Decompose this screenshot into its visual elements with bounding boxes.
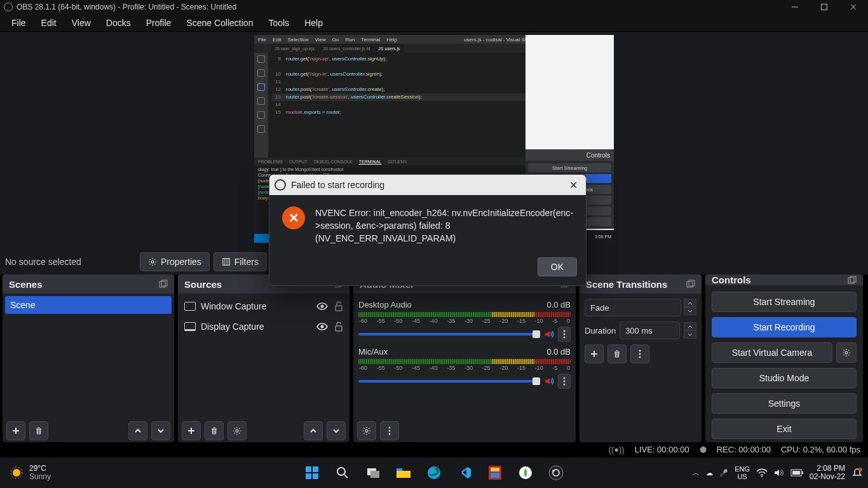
app-icon[interactable] — [513, 460, 538, 485]
visibility-icon[interactable] — [316, 302, 328, 311]
ok-button[interactable]: OK — [538, 257, 577, 276]
taskbar-clock[interactable]: 2:08 PM02-Nov-22 — [810, 464, 845, 481]
volume-slider[interactable] — [358, 380, 540, 383]
svg-rect-34 — [306, 466, 311, 472]
add-source-button[interactable] — [182, 421, 201, 440]
lock-icon[interactable] — [334, 322, 343, 332]
explorer-icon[interactable] — [391, 460, 416, 485]
sources-dock: Sources Window Capture Display Capture — [178, 274, 349, 442]
menu-scene-collection[interactable]: Scene Collection — [180, 15, 259, 30]
source-label: Display Capture — [201, 322, 264, 332]
error-icon: ✕ — [282, 207, 305, 229]
properties-button[interactable]: Properties — [140, 252, 210, 271]
remove-source-button[interactable] — [205, 421, 224, 440]
vscode-icon[interactable] — [452, 460, 477, 485]
chevron-down-icon[interactable] — [684, 307, 696, 315]
chevron-down-icon[interactable] — [684, 330, 696, 339]
channel-menu-button[interactable] — [558, 374, 571, 389]
start-virtual-camera-button[interactable]: Start Virtual Camera — [712, 342, 832, 363]
duration-input[interactable]: 300 ms — [620, 322, 680, 339]
volume-slider[interactable] — [358, 333, 540, 336]
virtual-camera-settings-button[interactable] — [836, 342, 857, 363]
channel-menu-button[interactable] — [558, 327, 571, 342]
svg-rect-0 — [822, 4, 827, 10]
close-button[interactable] — [839, 0, 868, 14]
start-streaming-button[interactable]: Start Streaming — [712, 292, 857, 312]
source-item[interactable]: Display Capture — [180, 316, 347, 337]
menu-help[interactable]: Help — [298, 15, 329, 30]
app-icon[interactable] — [482, 460, 508, 485]
svg-point-17 — [564, 377, 566, 379]
settings-button[interactable]: Settings — [712, 393, 857, 414]
source-down-button[interactable] — [327, 421, 346, 440]
chevron-up-icon[interactable] — [684, 322, 696, 330]
notifications-icon[interactable] — [851, 467, 863, 478]
scenes-dock: Scenes Scene — [3, 274, 174, 442]
windows-taskbar[interactable]: 29°CSunny ︿ ☁ 🎤 ENGUS 2:08 PM02-Nov-22 — [0, 458, 868, 488]
speaker-icon[interactable] — [544, 376, 554, 386]
start-button[interactable] — [299, 460, 325, 485]
mixer-channel-mic: Mic/Aux0.0 dB -60-55-50-45-40-35-30-25-2… — [356, 343, 573, 390]
menu-bar: File Edit View Docks Profile Scene Colle… — [0, 14, 868, 32]
scene-up-button[interactable] — [128, 421, 147, 440]
minimize-button[interactable] — [780, 0, 810, 14]
transition-menu-button[interactable] — [630, 344, 649, 363]
popout-icon[interactable] — [848, 276, 857, 285]
transitions-dock: Scene Transitions Fade Duration 300 ms — [580, 274, 702, 442]
svg-rect-24 — [687, 281, 693, 287]
svg-rect-10 — [336, 326, 342, 331]
add-transition-button[interactable] — [585, 344, 604, 363]
battery-icon[interactable] — [790, 469, 803, 477]
cpu-status: CPU: 0.2%, 60.00 fps — [781, 445, 860, 454]
filters-button[interactable]: Filters — [214, 252, 267, 271]
volume-icon[interactable] — [774, 468, 784, 477]
mic-icon[interactable]: 🎤 — [719, 469, 728, 477]
scenes-header: Scenes — [3, 274, 174, 294]
visibility-icon[interactable] — [316, 322, 328, 331]
chevron-up-icon[interactable] — [684, 299, 696, 307]
source-properties-button[interactable] — [227, 421, 247, 440]
studio-mode-button[interactable]: Studio Mode — [712, 368, 857, 388]
dialog-message: NVENC Error: init_encoder_h264: nv.nvEnc… — [315, 207, 573, 245]
menu-file[interactable]: File — [5, 15, 32, 30]
onedrive-icon[interactable]: ☁ — [706, 469, 713, 477]
wifi-icon[interactable] — [756, 468, 768, 477]
obs-taskbar-icon[interactable] — [543, 460, 569, 485]
search-button[interactable] — [330, 460, 355, 485]
svg-point-19 — [564, 384, 566, 386]
popout-icon[interactable] — [686, 280, 695, 288]
language-indicator[interactable]: ENGUS — [735, 465, 750, 480]
add-scene-button[interactable] — [6, 421, 25, 440]
source-item[interactable]: Window Capture — [180, 296, 347, 316]
mixer-menu-button[interactable] — [380, 421, 399, 440]
menu-profile[interactable]: Profile — [140, 15, 178, 30]
remove-transition-button[interactable] — [607, 344, 627, 363]
menu-view[interactable]: View — [65, 15, 97, 30]
menu-tools[interactable]: Tools — [262, 15, 295, 30]
scene-item[interactable]: Scene — [5, 296, 172, 314]
mixer-settings-button[interactable] — [357, 421, 376, 440]
scene-down-button[interactable] — [151, 421, 170, 440]
weather-widget[interactable]: 29°CSunny — [0, 464, 51, 481]
channel-db: 0.0 dB — [546, 347, 571, 356]
no-source-label: No source selected — [5, 257, 136, 267]
exit-button[interactable]: Exit — [712, 419, 857, 439]
speaker-icon[interactable] — [544, 329, 554, 339]
menu-docks[interactable]: Docks — [100, 15, 137, 30]
audio-meter — [358, 359, 571, 364]
svg-point-26 — [639, 350, 641, 352]
status-bar: ((●)) LIVE: 00:00:00 ⬢ REC: 00:00:00 CPU… — [0, 442, 868, 456]
start-recording-button[interactable]: Start Recording — [712, 317, 857, 337]
maximize-button[interactable] — [810, 0, 839, 14]
tray-chevron-icon[interactable]: ︿ — [693, 468, 700, 478]
menu-edit[interactable]: Edit — [35, 15, 63, 30]
lock-icon[interactable] — [334, 301, 343, 311]
popout-icon[interactable] — [159, 280, 168, 288]
task-view-button[interactable] — [360, 460, 386, 485]
remove-scene-button[interactable] — [29, 421, 48, 440]
source-up-button[interactable] — [304, 421, 323, 440]
transition-select[interactable]: Fade — [585, 299, 681, 316]
edge-icon[interactable] — [421, 460, 447, 485]
duration-label: Duration — [585, 326, 616, 336]
dialog-close-button[interactable]: ✕ — [566, 179, 581, 191]
